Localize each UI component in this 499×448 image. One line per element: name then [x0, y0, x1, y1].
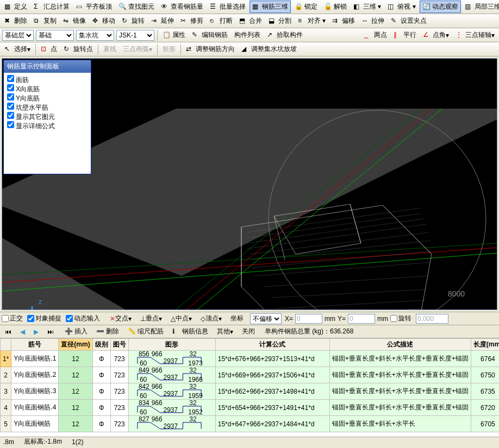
- table-row[interactable]: 4Y向底面钢筋.412Φ72383496629373219526015*d+65…: [1, 400, 500, 416]
- insert-button[interactable]: ➕插入: [62, 325, 90, 338]
- col-header[interactable]: 图号: [110, 339, 128, 351]
- table-row[interactable]: 3Y向底面钢筋.312Φ72384296629373219596015*d+66…: [1, 383, 500, 400]
- copy-button[interactable]: ⧉复制: [31, 15, 59, 27]
- svg-text:1959: 1959: [188, 392, 203, 400]
- delete-button[interactable]: ➖删除: [93, 325, 122, 338]
- close-button[interactable]: 关闭: [239, 325, 258, 338]
- sum-button[interactable]: Σ汇总计算: [31, 1, 72, 13]
- ext-button[interactable]: ⇥延伸: [148, 15, 177, 27]
- select-button[interactable]: ↖选择▾: [2, 43, 33, 55]
- edit-rebar-button[interactable]: ✎编辑钢筋: [189, 29, 230, 41]
- category-select[interactable]: 基础: [36, 30, 74, 41]
- zb-button[interactable]: 坐标: [228, 312, 246, 325]
- flat-button[interactable]: ▭平齐板顶: [73, 1, 115, 13]
- point-button[interactable]: ⊡点: [38, 43, 60, 55]
- three-axis-button[interactable]: ⋮三点辅轴▾: [453, 29, 497, 41]
- point-angle-button[interactable]: ∠点角▾: [420, 29, 452, 41]
- col-header[interactable]: 直径(mm): [59, 339, 92, 351]
- def-button[interactable]: ▦定义: [2, 1, 30, 13]
- col-header[interactable]: [1, 339, 11, 351]
- y-input[interactable]: [348, 314, 375, 324]
- cd-button[interactable]: ⊥垂点▾: [138, 312, 165, 325]
- panel-check[interactable]: X向底筋: [7, 84, 88, 93]
- x-input[interactable]: [295, 314, 322, 324]
- ortho-toggle[interactable]: 正交: [2, 314, 23, 323]
- orbit-button[interactable]: 🔄动态观察: [420, 1, 461, 13]
- component-list-button[interactable]: 构件列表: [232, 29, 263, 41]
- offset-button[interactable]: ⇉偏移: [329, 15, 358, 27]
- element-select[interactable]: JSK-1: [116, 30, 154, 41]
- dyn-toggle[interactable]: 动态输入: [66, 314, 100, 323]
- col-header[interactable]: 长度(mm): [471, 339, 499, 351]
- nav-last[interactable]: ⏭: [45, 326, 57, 337]
- attributes-button[interactable]: 📋属性: [160, 29, 188, 41]
- col-header[interactable]: 计算公式: [215, 339, 329, 351]
- level-select[interactable]: 基础层: [2, 30, 34, 41]
- panel-check[interactable]: 面筋: [7, 75, 88, 84]
- panel-check[interactable]: 显示其它图元: [7, 112, 88, 121]
- viewR-button[interactable]: 👁查看钢筋量: [158, 1, 206, 13]
- cube-button[interactable]: ◧三维 ▾: [351, 1, 384, 13]
- col-header[interactable]: 筋号: [11, 339, 59, 351]
- adjust-slope-button[interactable]: ◢调整集水坑放坡: [239, 43, 300, 55]
- two-point-button[interactable]: ⎯两点: [361, 29, 390, 41]
- panel-title: 钢筋显示控制面板: [4, 60, 91, 73]
- footer-c: 1(2): [72, 438, 83, 446]
- trim-icon: ✂: [180, 17, 189, 26]
- arc3-button[interactable]: 三点画弧▾: [120, 43, 155, 55]
- nav-next[interactable]: ▶: [31, 326, 41, 337]
- dd-button[interactable]: ◇顶点▾: [198, 312, 224, 325]
- col-header[interactable]: 图形: [128, 339, 215, 351]
- pick-component-button[interactable]: ↗拾取构件: [264, 29, 305, 41]
- ortho-button[interactable]: ◫俯视 ▾: [385, 1, 418, 13]
- svg-line-25: [277, 300, 425, 308]
- scale-button[interactable]: 📏缩尺配筋: [125, 325, 166, 338]
- zd-button[interactable]: △中点▾: [168, 312, 195, 325]
- find-button[interactable]: 🔍查找图元: [116, 1, 157, 13]
- stretch-button[interactable]: ↔拉伸: [359, 15, 387, 27]
- panel-check[interactable]: 显示详细公式: [7, 121, 88, 130]
- nav-prev[interactable]: ◀: [17, 326, 28, 337]
- col-header[interactable]: 级别: [92, 339, 110, 351]
- rotate-point-button[interactable]: ↻旋转点: [61, 43, 96, 55]
- move-button[interactable]: ✥移动: [90, 15, 118, 27]
- del-button[interactable]: ✖删除: [2, 15, 30, 27]
- split-button[interactable]: ⬓分割: [266, 15, 294, 27]
- info-button[interactable]: ℹ钢筋信息: [170, 325, 211, 338]
- offset-select[interactable]: 不偏移: [250, 313, 282, 324]
- rebar-grid[interactable]: 筋号直径(mm)级别图号图形计算公式公式描述长度(mm)根数搭接 1*Y向底面钢…: [0, 338, 499, 437]
- table-row[interactable]: 1*Y向底面钢筋.112Φ72385696629373219736015*d+6…: [1, 351, 500, 367]
- line-button[interactable]: 直线: [101, 43, 119, 55]
- rect-button[interactable]: 矩形: [160, 43, 178, 55]
- rot-button[interactable]: ↻旋转: [119, 15, 147, 27]
- panel-check[interactable]: Y向底筋: [7, 93, 88, 103]
- table-row[interactable]: 2Y向底面钢筋.212Φ72384996629373219666015*d+66…: [1, 367, 500, 383]
- lock-button[interactable]: 🔒锁定: [292, 1, 320, 13]
- footer-a: .8m: [3, 438, 14, 446]
- other-button[interactable]: 其他▾: [214, 325, 236, 338]
- table-row[interactable]: 5Y向底面钢筋12Φ72382796629373215*d+647+966+29…: [1, 416, 500, 432]
- batch-button[interactable]: ☰批量选择: [207, 1, 248, 13]
- panel-check[interactable]: 坑壁水平筋: [7, 103, 88, 112]
- merge-button[interactable]: ⬒合并: [236, 15, 265, 27]
- local3d-button[interactable]: ▥局部三维: [462, 1, 499, 13]
- adjust-direction-button[interactable]: ⇄调整钢筋方向: [183, 43, 238, 55]
- subcategory-select[interactable]: 集水坑: [76, 30, 114, 41]
- snap-toggle[interactable]: 对象捕捉: [27, 314, 61, 323]
- rot-toggle[interactable]: 旋转: [390, 314, 411, 323]
- grid3d-button[interactable]: ▦钢筋三维: [250, 1, 291, 13]
- align-button[interactable]: ≡对齐 ▾: [295, 15, 328, 27]
- break-icon: ⎋: [210, 17, 219, 26]
- break-button[interactable]: ⎋打断: [207, 15, 235, 27]
- rot-input[interactable]: [416, 314, 448, 324]
- grip-button[interactable]: ✎设置夹点: [388, 15, 429, 27]
- xd-button[interactable]: ✕交点▾: [107, 312, 134, 325]
- unlock-button[interactable]: 🔓解锁: [321, 1, 350, 13]
- lock-icon: 🔒: [295, 3, 303, 11]
- nav-first[interactable]: ⏮: [2, 326, 14, 337]
- trim-button[interactable]: ✂修剪: [178, 15, 206, 27]
- mirror-button[interactable]: ⇋镜像: [60, 15, 89, 27]
- col-header[interactable]: 公式描述: [329, 339, 471, 351]
- viewport-3d[interactable]: 钢筋显示控制面板 面筋 X向底筋 Y向底筋 坑壁水平筋 显示其它图元 显示详细公…: [2, 58, 497, 310]
- parallel-button[interactable]: ∥平行: [391, 29, 419, 41]
